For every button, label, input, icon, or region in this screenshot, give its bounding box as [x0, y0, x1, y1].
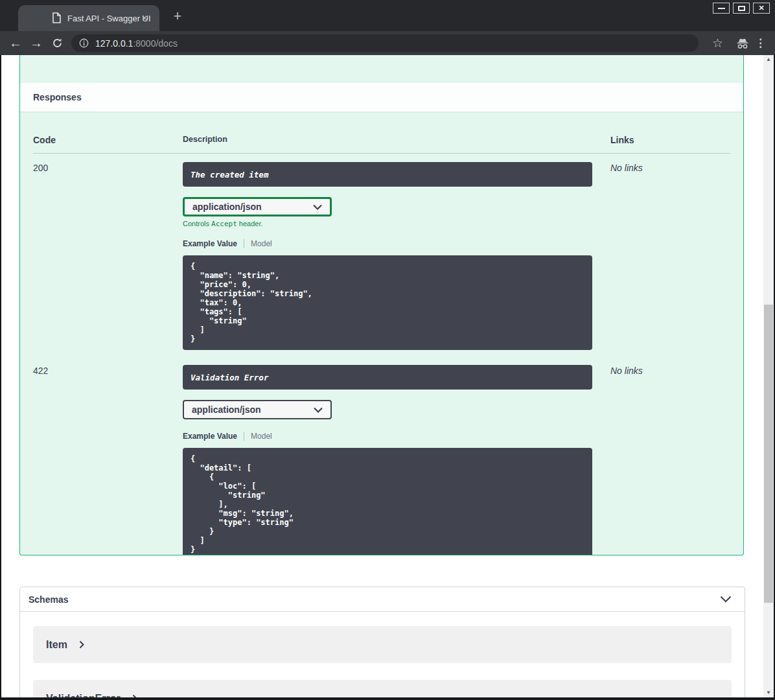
new-tab-button[interactable]: +	[168, 8, 187, 26]
page-scrollbar[interactable]: ▲ ▼	[763, 55, 774, 697]
chevron-down-icon	[313, 204, 322, 210]
response-code: 200	[33, 163, 48, 173]
window-maximize-button[interactable]	[733, 3, 750, 14]
schemas-title: Schemas	[29, 594, 68, 605]
url-address-bar[interactable]: 127.0.0.1:8000/docs	[71, 34, 699, 52]
response-row-200: 200 The created item application/json	[33, 154, 730, 350]
tab-example-value[interactable]: Example Value	[183, 432, 237, 441]
media-type-select[interactable]: application/json	[183, 197, 332, 216]
model-card-validationerror[interactable]: ValidationError	[33, 680, 732, 697]
browser-window: Fast API - Swagger UI ✕ + ✕ ← → 127.0.0.…	[0, 0, 775, 700]
bookmark-star-icon[interactable]: ☆	[712, 31, 723, 55]
site-info-icon[interactable]	[79, 38, 89, 48]
response-description: The created item	[183, 162, 592, 187]
forward-button[interactable]: →	[27, 31, 45, 55]
media-type-select[interactable]: application/json	[183, 400, 332, 419]
responses-section-header: Responses	[20, 83, 743, 111]
chevron-right-icon	[79, 640, 84, 649]
col-header-code: Code	[33, 124, 183, 153]
scroll-up-icon[interactable]: ▲	[763, 55, 774, 64]
responses-title: Responses	[33, 92, 82, 102]
window-border	[0, 697, 775, 700]
page-favicon-icon	[52, 12, 62, 23]
chevron-down-icon	[720, 596, 732, 603]
window-minimize-button[interactable]	[713, 3, 730, 14]
responses-table: Code Description Links 200 The created i…	[20, 111, 743, 555]
tab-model[interactable]: Model	[251, 432, 272, 441]
swagger-page: Responses Code Description Links 200	[1, 55, 774, 697]
response-code: 422	[33, 366, 48, 376]
browser-menu-icon[interactable]: ⋮	[755, 31, 766, 55]
back-button[interactable]: ←	[6, 31, 25, 55]
links-value: No links	[610, 366, 643, 376]
model-name: ValidationError	[46, 693, 121, 698]
opblock-post: Responses Code Description Links 200	[19, 55, 744, 555]
response-description: Validation Error	[183, 365, 592, 390]
chevron-down-icon	[314, 407, 323, 413]
accept-header-note: Controls Accept header.	[183, 220, 592, 228]
model-card-item[interactable]: Item	[33, 626, 732, 663]
browser-tab[interactable]: Fast API - Swagger UI ✕	[18, 5, 159, 31]
example-json-200: { "name": "string", "price": 0, "descrip…	[183, 255, 592, 350]
window-close-button[interactable]: ✕	[753, 3, 770, 14]
col-header-links: Links	[610, 124, 730, 153]
reload-button[interactable]	[48, 31, 66, 55]
col-header-description: Description	[183, 124, 610, 153]
links-value: No links	[610, 163, 643, 173]
tab-example-value[interactable]: Example Value	[183, 239, 237, 248]
scrollbar-thumb[interactable]	[764, 305, 773, 603]
model-name: Item	[46, 639, 67, 651]
schemas-section: Schemas Item ValidationError	[19, 587, 745, 697]
response-row-422: 422 Validation Error application/json	[33, 356, 730, 555]
incognito-icon[interactable]	[736, 31, 749, 55]
example-json-422: { "detail": [ { "loc": [ "string" ], "ms…	[183, 448, 592, 555]
url-path: :8000/docs	[133, 38, 178, 49]
tab-model[interactable]: Model	[251, 239, 272, 248]
schemas-header[interactable]: Schemas	[20, 587, 745, 612]
titlebar: Fast API - Swagger UI ✕ + ✕	[0, 0, 775, 31]
url-host: 127.0.0.1	[95, 38, 133, 49]
tab-close-icon[interactable]: ✕	[139, 12, 150, 24]
scroll-down-icon[interactable]: ▼	[763, 688, 774, 697]
